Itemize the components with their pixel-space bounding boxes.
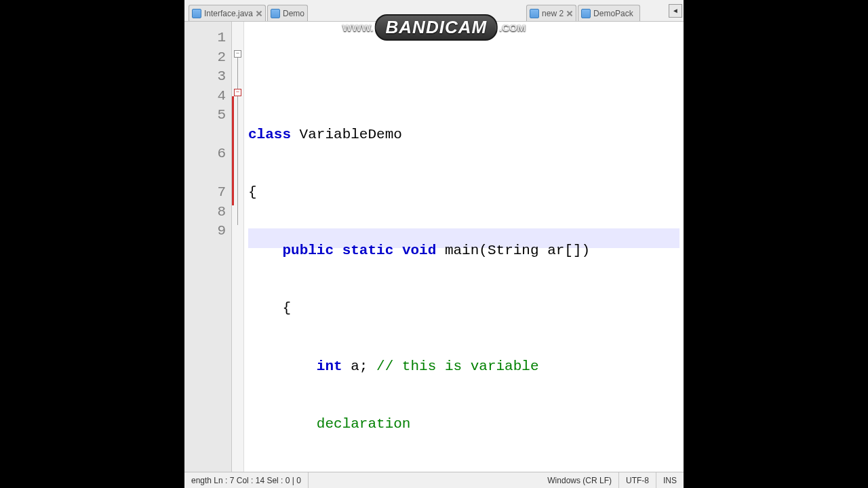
change-marker — [232, 96, 234, 205]
line-number: 6 — [184, 144, 226, 164]
tab-demo[interactable]: Demo — [267, 5, 308, 21]
status-position: ength Ln : 7 Col : 14 Sel : 0 | 0 — [184, 472, 309, 488]
status-bar: ength Ln : 7 Col : 14 Sel : 0 | 0 Window… — [184, 472, 684, 488]
status-encoding[interactable]: UTF-8 — [619, 472, 656, 488]
editor-window: Interface.java Demo new 2 DemoPack ◄ 1 2… — [184, 0, 684, 488]
code-line: { — [248, 299, 679, 319]
fold-toggle-icon[interactable]: − — [234, 89, 241, 96]
tab-interface-java[interactable]: Interface.java — [189, 5, 266, 21]
file-icon — [581, 9, 591, 18]
code-line: class VariableDemo — [248, 125, 679, 145]
close-icon[interactable] — [566, 10, 573, 17]
line-number: 3 — [184, 67, 226, 87]
fold-toggle-icon[interactable]: − — [234, 50, 241, 58]
line-number-gutter: 1 2 3 4 5 6 7 8 9 — [184, 22, 232, 472]
tab-bar: Interface.java Demo new 2 DemoPack ◄ — [184, 0, 684, 22]
code-line: public static void main(String ar[]) — [248, 241, 679, 261]
code-line: declaration — [248, 415, 679, 434]
tab-label: DemoPack — [593, 9, 633, 18]
line-number: 7 — [184, 183, 226, 203]
line-number: 8 — [184, 203, 226, 222]
line-number: 1 — [184, 28, 226, 48]
code-area[interactable]: class VariableDemo { public static void … — [244, 22, 684, 472]
close-icon[interactable] — [256, 10, 262, 17]
tab-scroll-left-button[interactable]: ◄ — [669, 4, 682, 18]
line-number: 2 — [184, 48, 226, 68]
line-number: 4 — [184, 87, 226, 106]
file-icon — [271, 9, 280, 18]
code-line: int a; // this is variable — [248, 357, 679, 377]
status-insert-mode[interactable]: INS — [656, 472, 684, 488]
tab-label: new 2 — [542, 9, 564, 18]
file-icon — [192, 9, 201, 18]
line-number: 5 — [184, 106, 226, 125]
status-eol[interactable]: Windows (CR LF) — [540, 472, 619, 488]
tab-demopack[interactable]: DemoPack — [578, 5, 640, 21]
file-icon — [530, 9, 539, 18]
tab-label: Demo — [283, 9, 304, 18]
line-number: 9 — [184, 222, 226, 241]
fold-gutter: − − — [232, 22, 244, 472]
tab-label: Interface.java — [204, 9, 253, 18]
fold-guide — [237, 58, 238, 225]
code-editor[interactable]: 1 2 3 4 5 6 7 8 9 − − class VariableDemo… — [184, 22, 684, 472]
code-line: { — [248, 183, 679, 203]
tab-new-2[interactable]: new 2 — [526, 5, 576, 21]
